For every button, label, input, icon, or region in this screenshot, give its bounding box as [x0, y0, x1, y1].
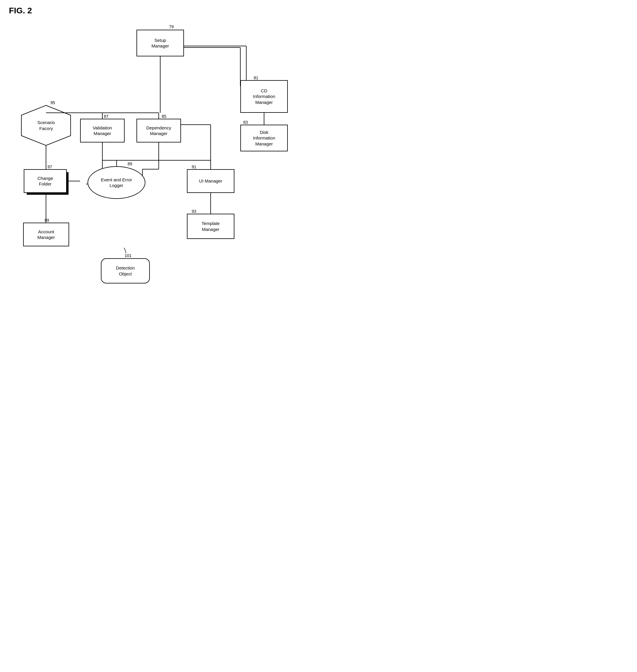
- scenario-factory-ref: 95: [51, 100, 55, 105]
- validation-manager-ref: 87: [104, 114, 109, 119]
- event-error-logger-label: Event and Error Logger: [101, 177, 132, 189]
- template-manager-label: Template Manager: [202, 220, 220, 232]
- event-error-logger-ref: 89: [128, 161, 132, 166]
- template-manager-ref: 93: [192, 209, 196, 214]
- ui-manager-node: UI Manager: [187, 169, 234, 193]
- change-folder-node: Change Folder: [24, 169, 67, 193]
- cd-info-manager-node: CD Information Manager: [240, 80, 288, 113]
- change-folder-label: Change Folder: [37, 175, 53, 187]
- validation-manager-label: Validation Manager: [93, 125, 112, 137]
- ui-manager-ref: 91: [192, 164, 196, 169]
- cd-info-manager-label: CD Information Manager: [253, 88, 275, 105]
- detection-object-ref: 101: [125, 253, 131, 258]
- figure-title: FIG. 2: [9, 6, 32, 15]
- disk-info-manager-node: Disk Information Manager: [240, 125, 288, 152]
- scenario-factory-node: Scenario Facory: [20, 104, 72, 147]
- dependency-manager-label: Dependency Manager: [146, 125, 171, 137]
- setup-manager-node: Setup Manager: [136, 30, 184, 56]
- scenario-factory-label: Scenario Facory: [37, 120, 55, 131]
- change-folder-ref: 97: [48, 164, 52, 169]
- detection-object-label: Detection Object: [116, 265, 135, 277]
- template-manager-node: Template Manager: [187, 214, 234, 239]
- account-manager-ref: 99: [44, 218, 49, 223]
- setup-manager-ref: 79: [169, 24, 174, 29]
- disk-info-manager-ref: 83: [243, 120, 248, 125]
- validation-manager-node: Validation Manager: [80, 119, 125, 142]
- dependency-manager-node: Dependency Manager: [136, 119, 181, 142]
- setup-manager-label: Setup Manager: [151, 37, 169, 49]
- disk-info-manager-label: Disk Information Manager: [253, 129, 275, 147]
- account-manager-node: Account Manager: [23, 223, 69, 246]
- dependency-manager-ref: 85: [162, 114, 166, 119]
- account-manager-label: Account Manager: [37, 229, 55, 241]
- detection-object-node: Detection Object: [101, 258, 150, 283]
- ui-manager-label: UI Manager: [199, 178, 222, 184]
- cd-info-manager-ref: 81: [254, 75, 258, 80]
- event-error-logger-node: Event and Error Logger: [88, 166, 145, 199]
